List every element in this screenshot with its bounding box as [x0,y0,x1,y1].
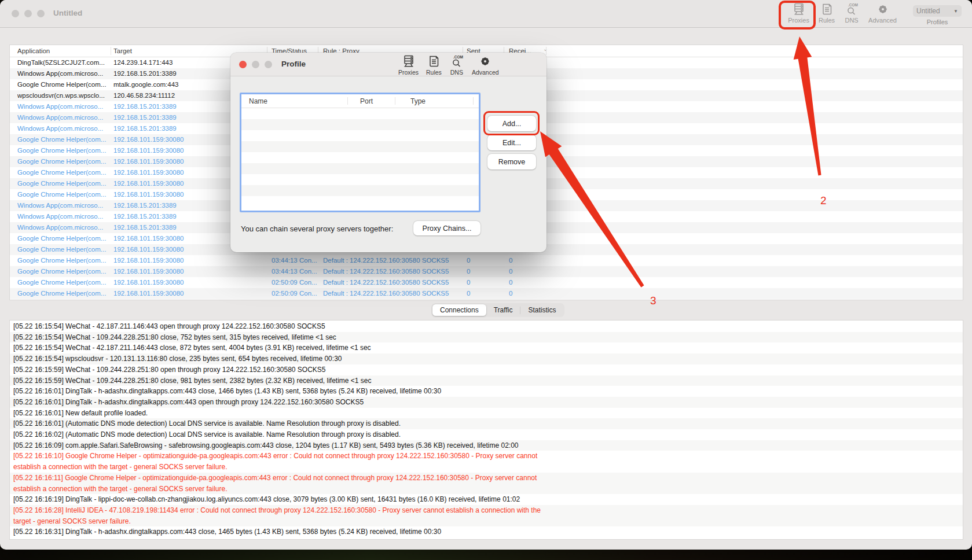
rules-icon [427,54,440,68]
toolbar-item-proxies[interactable]: Proxies [788,2,809,24]
column-header-application[interactable]: Application [17,45,50,57]
profiles-dropdown: Untitled ▼ Profiles [911,5,964,25]
log-line: [05.22 16:16:10] Google Chrome Helper - … [13,451,963,462]
cell-sent: 0 [467,266,501,277]
toolbar-item-rules[interactable]: Rules [426,54,442,76]
proxy-chains-button[interactable]: Proxy Chains... [413,221,481,235]
log-entry: [05.22 16:16:02] (Automatic DNS mode det… [10,429,963,440]
toolbar-item-label: Proxies [788,17,809,24]
log-panel: [05.22 16:15:54] WeChat - 42.187.211.146… [9,320,963,540]
proxy-list-empty-row [241,196,479,207]
cell-sent: 0 [467,255,501,266]
log-line: [05.22 16:16:31] DingTalk - h-adashx.din… [13,526,963,537]
cell-recei: 0 [509,288,544,299]
cell-application: Windows App(com.microso... [17,222,110,233]
cell-target: 192.168.101.159:30080 [113,277,267,288]
cell-application: Google Chrome Helper(com... [17,134,110,145]
proxy-column-header-name[interactable]: Name [249,94,267,108]
toolbar-item-label: Rules [426,69,442,76]
minimize-button[interactable] [24,10,32,17]
dialog-zoom-button[interactable] [265,61,272,68]
column-divider[interactable] [347,97,348,105]
log-line: [05.22 16:15:54] WeChat - 109.244.228.25… [13,332,963,343]
cell-time-status: 02:50:09 Con... [272,277,321,288]
desktop: Untitled ProxiesRules.COMDNSAdvanced Unt… [0,0,972,560]
toolbar-item-advanced[interactable]: Advanced [472,54,499,76]
dialog-close-button[interactable] [239,61,247,68]
connection-row[interactable]: Google Chrome Helper(com...192.168.101.1… [10,266,963,277]
log-line: [05.22 16:16:01] DingTalk - h-adashx.din… [13,386,963,397]
cell-application: Windows App(com.microso... [17,211,110,222]
column-divider[interactable] [111,47,111,55]
toolbar-item-label: Advanced [868,17,897,24]
connection-row[interactable]: Google Chrome Helper(com...192.168.101.1… [10,288,963,299]
cell-rule-proxy: Default : 124.222.152.160:30580 SOCKS5 [323,266,464,277]
cell-application: Google Chrome Helper(com... [17,244,110,255]
add-button[interactable]: Add... [487,116,536,131]
tab-statistics[interactable]: Statistics [520,304,563,316]
dialog-minimize-button[interactable] [252,61,259,68]
log-entry: [05.22 16:16:31] DingTalk - h-adashx.din… [10,526,963,537]
log-line: [05.22 16:16:28] IntelliJ IDEA - 47.108.… [13,505,963,516]
toolbar-item-rules[interactable]: Rules [819,2,835,24]
chevron-down-icon: ▼ [953,9,958,14]
log-entry-error: [05.22 16:16:28] IntelliJ IDEA - 47.108.… [10,505,963,526]
toolbar-item-label: Proxies [398,69,419,76]
log-line: [05.22 16:16:19] DingTalk - lippi-doc-we… [13,494,963,505]
remove-button[interactable]: Remove [487,154,536,170]
log-entry: [05.22 16:15:54] WeChat - 42.187.211.146… [10,342,963,353]
cell-application: Google Chrome Helper(com... [17,266,110,277]
proxy-list-empty-row [241,185,479,196]
log-entry: [05.22 16:15:59] WeChat - 109.244.228.25… [10,375,963,386]
edit-button[interactable]: Edit... [487,135,536,150]
column-header-target[interactable]: Target [113,45,132,57]
cell-rule-proxy: Default : 124.222.152.160:30580 SOCKS5 [323,288,464,299]
proxy-column-header-type[interactable]: Type [410,94,426,108]
dialog-window-controls [239,61,272,68]
connection-row[interactable]: Google Chrome Helper(com...192.168.101.1… [10,255,963,266]
proxy-column-header-port[interactable]: Port [360,94,373,108]
toolbar-item-dns[interactable]: .COMDNS [844,2,859,24]
log-entry: [05.22 16:16:01] New default profile loa… [10,408,963,419]
proxies-icon [792,2,806,16]
cell-target: 192.168.101.159:30080 [113,255,267,266]
tab-connections[interactable]: Connections [432,304,486,316]
cell-rule-proxy: Default : 124.222.152.160:30580 SOCKS5 [323,277,464,288]
tab-traffic[interactable]: Traffic [486,304,520,316]
close-button[interactable] [12,10,19,17]
cell-application: Google Chrome Helper(com... [17,288,110,299]
profiles-select[interactable]: Untitled ▼ [913,5,962,17]
proxy-list-empty-row [241,108,479,119]
log-line: establish a connection with the target -… [13,484,963,495]
view-tabs: ConnectionsTrafficStatistics [431,303,564,317]
dialog-titlebar: Profile ProxiesRules.COMDNSAdvanced [230,53,546,76]
connection-row[interactable]: Google Chrome Helper(com...192.168.101.1… [10,277,963,288]
log-line: [05.22 16:16:11] Google Chrome Helper - … [13,473,963,484]
toolbar-item-dns[interactable]: .COMDNS [449,54,464,76]
proxy-list-empty-row [241,174,479,185]
column-divider[interactable] [473,97,474,105]
log-entry: [05.22 16:15:54] WeChat - 109.244.228.25… [10,332,963,343]
profiles-value: Untitled [916,7,940,15]
log-line: establish a connection with the target -… [13,462,963,473]
cell-application: Windows App(com.microso... [17,200,110,211]
proxy-list-empty-row [241,163,479,174]
cell-application: Google Chrome Helper(com... [17,156,110,167]
window-controls [12,10,45,17]
zoom-button[interactable] [37,10,45,17]
column-divider[interactable] [395,97,395,105]
svg-text:.COM: .COM [453,55,463,59]
log-line: [05.22 16:16:01] New default profile loa… [13,408,963,419]
cell-target: 192.168.101.159:30080 [113,288,267,299]
proxy-list-empty-row [241,152,479,163]
cell-recei: 0 [509,277,544,288]
proxy-list[interactable]: NamePortType [240,93,481,212]
toolbar-item-proxies[interactable]: Proxies [398,54,419,76]
dns-icon: .COM [449,54,464,68]
cell-application: Google Chrome Helper(com... [17,233,110,244]
log-line: [05.22 16:15:54] wpscloudsvr - 120.131.1… [13,353,963,364]
titlebar: Untitled ProxiesRules.COMDNSAdvanced Unt… [0,0,972,28]
cell-sent: 0 [467,277,501,288]
toolbar-item-advanced[interactable]: Advanced [868,2,897,24]
column-divider[interactable] [546,47,546,55]
